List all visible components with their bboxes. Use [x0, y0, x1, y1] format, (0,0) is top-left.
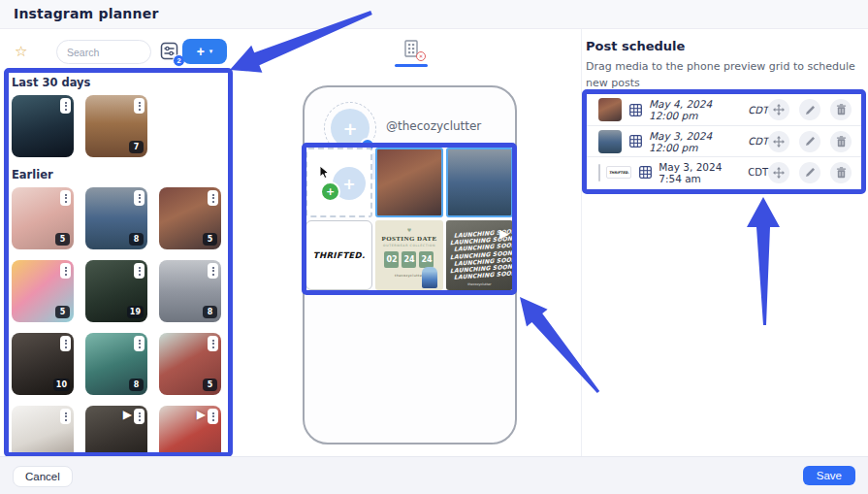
library-section-grid: 58551981085▶▶: [12, 187, 228, 452]
kebab-menu-icon[interactable]: [134, 263, 145, 279]
kebab-menu-icon[interactable]: [208, 336, 218, 351]
delete-button[interactable]: [830, 99, 852, 120]
edit-button[interactable]: [799, 131, 820, 152]
calendar-grid-icon: [629, 104, 642, 116]
arrow-to-grid: [520, 297, 599, 393]
scheduled-post-row: May 3, 2024 12:00 pmCDT: [587, 125, 861, 156]
kebab-menu-icon[interactable]: [60, 263, 71, 279]
kebab-menu-icon[interactable]: [208, 263, 218, 279]
posting-caption: thecozyclutter: [395, 274, 424, 278]
post-timezone: CDT: [748, 105, 768, 115]
grid-post-jeans-rack[interactable]: [446, 148, 513, 217]
favorite-star-icon[interactable]: ☆: [15, 43, 27, 60]
launch-caption: thecozyclutter: [446, 282, 513, 286]
drag-handle[interactable]: [598, 164, 600, 181]
kebab-menu-icon[interactable]: [134, 190, 145, 206]
move-button[interactable]: [768, 131, 789, 152]
instagram-planner-dialog: Instagram planner ☆ 2 + ▾ Last 30 days7E…: [0, 0, 868, 494]
dialog-header: Instagram planner: [0, 0, 868, 29]
post-datetime: May 3, 2024 7:54 am: [659, 161, 740, 184]
grid-drop-cell[interactable]: + +: [305, 148, 372, 217]
post-thumbnail-label: THRIFTED.: [609, 171, 629, 175]
media-thumbnail[interactable]: [12, 95, 74, 157]
grid-post-thrifted[interactable]: THRIFTED.: [305, 220, 372, 290]
kebab-menu-icon[interactable]: [60, 336, 71, 351]
person-photo: [422, 267, 437, 288]
heart-icon: ♥: [407, 228, 411, 233]
post-thumbnail: [598, 130, 622, 153]
media-thumbnail[interactable]: 5: [159, 187, 221, 249]
chevron-down-icon: ▾: [209, 48, 213, 55]
delete-icon: [836, 136, 847, 148]
media-count-badge: 8: [129, 233, 144, 246]
phone-preview-grid: + + THRIFTED. ♥ POSTING DATE OUTERWEAR C…: [305, 148, 513, 290]
avatar: + +: [324, 102, 376, 154]
kebab-menu-icon[interactable]: [134, 409, 145, 424]
media-count-badge: 5: [55, 306, 70, 318]
kebab-menu-icon[interactable]: [208, 190, 218, 206]
media-thumbnail[interactable]: ▶: [159, 406, 221, 452]
play-icon: ▶: [499, 226, 509, 241]
active-tab-underline: [395, 64, 428, 67]
drag-add-icon: +: [320, 181, 340, 202]
scheduled-posts-list: May 4, 2024 12:00 pmCDTMay 3, 2024 12:00…: [587, 94, 861, 187]
media-thumbnail[interactable]: 19: [85, 260, 147, 322]
media-count-badge: 5: [203, 233, 217, 246]
grid-post-launching-soon[interactable]: LAUNCHING SOONLAUNCHING SOONLAUNCHING SO…: [446, 220, 513, 290]
kebab-menu-icon[interactable]: [60, 98, 71, 114]
move-button[interactable]: [768, 99, 789, 120]
page-title: Instagram planner: [14, 6, 158, 21]
panel-divider: [581, 29, 582, 456]
media-thumbnail[interactable]: 7: [85, 95, 147, 157]
move-button[interactable]: [768, 162, 789, 183]
search-input[interactable]: [56, 40, 151, 64]
cancel-button[interactable]: Cancel: [13, 466, 73, 487]
grid-post-posting-date[interactable]: ♥ POSTING DATE OUTERWEAR COLLECTION 02 2…: [375, 220, 442, 290]
media-thumbnail[interactable]: 5: [12, 260, 74, 322]
filter-button[interactable]: 2: [157, 40, 182, 64]
kebab-menu-icon[interactable]: [134, 336, 145, 351]
media-count-badge: 5: [203, 379, 217, 391]
scheduled-post-row: May 4, 2024 12:00 pmCDT: [587, 94, 861, 125]
media-thumbnail[interactable]: 8: [159, 260, 221, 322]
edit-icon: [805, 105, 816, 115]
posting-title: POSTING DATE: [381, 235, 436, 243]
media-thumbnail[interactable]: 8: [85, 333, 147, 395]
edit-icon: [805, 167, 816, 178]
calendar-grid-icon: [639, 166, 652, 179]
date-box: 24: [419, 251, 434, 268]
play-icon: ▶: [123, 408, 132, 421]
library-section-label: Earlier: [12, 168, 228, 181]
library-section-grid: 7: [12, 95, 228, 157]
library-section-label: Last 30 days: [12, 76, 228, 89]
cursor-icon: [319, 166, 331, 180]
kebab-menu-icon[interactable]: [60, 190, 71, 206]
media-thumbnail[interactable]: 10: [12, 333, 74, 395]
delete-button[interactable]: [830, 162, 852, 183]
media-thumbnail[interactable]: ▶: [85, 406, 147, 452]
media-library: Last 30 days7Earlier58551981085▶▶: [9, 73, 228, 452]
posting-date-boxes: 02 24 24: [384, 251, 434, 268]
edit-button[interactable]: [799, 162, 820, 183]
dialog-footer: Cancel Save: [0, 456, 868, 494]
move-icon: [773, 104, 785, 115]
media-count-badge: 8: [203, 306, 217, 318]
media-count-badge: 8: [129, 379, 144, 391]
delete-button[interactable]: [830, 131, 852, 152]
save-button[interactable]: Save: [803, 466, 855, 485]
add-media-button[interactable]: + ▾: [182, 39, 227, 64]
media-thumbnail[interactable]: 5: [12, 187, 74, 249]
post-schedule-title: Post schedule: [586, 39, 685, 53]
calendar-grid-icon: [629, 135, 642, 148]
kebab-menu-icon[interactable]: [134, 98, 145, 114]
grid-post-clothes-rack[interactable]: [375, 148, 442, 217]
kebab-menu-icon[interactable]: [60, 409, 71, 424]
play-icon: ▶: [197, 408, 206, 421]
kebab-menu-icon[interactable]: [208, 409, 218, 424]
row-actions: [768, 99, 852, 120]
date-box: 02: [384, 251, 399, 268]
media-thumbnail[interactable]: [12, 406, 74, 452]
edit-button[interactable]: [799, 99, 820, 120]
media-thumbnail[interactable]: 8: [85, 187, 147, 249]
media-thumbnail[interactable]: 5: [159, 333, 221, 395]
